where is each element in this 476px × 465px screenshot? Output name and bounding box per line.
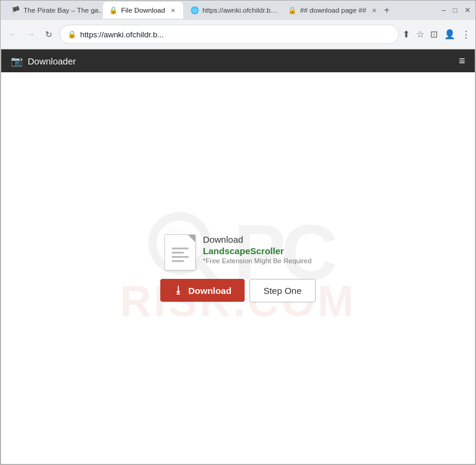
share-icon[interactable]: ⬆ bbox=[402, 29, 410, 40]
camera-icon: 📷 bbox=[11, 55, 23, 67]
file-line-3 bbox=[172, 256, 189, 258]
file-download-label: Download bbox=[203, 234, 312, 245]
download-button[interactable]: ⭳ Download bbox=[160, 279, 245, 302]
download-icon: ⭳ bbox=[174, 285, 183, 296]
browser-window: 🏴 The Pirate Bay – The ga… ✕ 🔒 File Down… bbox=[0, 0, 476, 465]
minimize-button[interactable]: – bbox=[442, 6, 446, 14]
download-card: Download LandscapeScroller *Free Extensi… bbox=[160, 234, 315, 302]
tab-download-page-close[interactable]: ✕ bbox=[370, 6, 378, 14]
file-icon bbox=[164, 234, 196, 270]
file-details: Download LandscapeScroller *Free Extensi… bbox=[203, 234, 312, 264]
tab-file-download[interactable]: 🔒 File Download ✕ bbox=[103, 2, 183, 19]
file-icon-lines bbox=[172, 248, 189, 262]
tab-download-page-label: ## download page ## bbox=[300, 7, 366, 14]
back-button[interactable]: ← bbox=[5, 27, 20, 42]
browser-viewport: 📷 Downloader ≡ PC RISK.COM bbox=[1, 49, 475, 464]
close-button[interactable]: ✕ bbox=[465, 6, 471, 14]
tab-file-download-favicon: 🔒 bbox=[109, 6, 117, 14]
file-line-2 bbox=[172, 252, 184, 254]
extensions-icon[interactable]: ⊡ bbox=[430, 29, 438, 40]
address-field[interactable]: 🔒 https://awnki.ofchildr.b... bbox=[60, 25, 399, 44]
profile-icon[interactable]: 👤 bbox=[444, 29, 456, 40]
tab-awnki[interactable]: 🌐 https://awnki.ofchildr.b… ✕ bbox=[184, 2, 281, 19]
tab-pirate-bay[interactable]: 🏴 The Pirate Bay – The ga… ✕ bbox=[5, 2, 102, 19]
step-one-button-label: Step One bbox=[263, 286, 301, 296]
tab-pirate-bay-label: The Pirate Bay – The ga… bbox=[23, 7, 102, 14]
tab-awnki-favicon: 🌐 bbox=[190, 6, 199, 14]
extension-name: Downloader bbox=[28, 56, 76, 66]
file-info-row: Download LandscapeScroller *Free Extensi… bbox=[164, 234, 312, 270]
address-text: https://awnki.ofchildr.b... bbox=[80, 30, 391, 39]
file-name: LandscapeScroller bbox=[203, 246, 312, 256]
file-note: *Free Extension Might Be Required bbox=[203, 257, 312, 264]
title-bar: 🏴 The Pirate Bay – The ga… ✕ 🔒 File Down… bbox=[1, 1, 475, 20]
tab-download-page[interactable]: 🔒 ## download page ## ✕ bbox=[282, 2, 378, 19]
file-line-1 bbox=[172, 248, 189, 249]
tab-pirate-bay-favicon: 🏴 bbox=[11, 6, 20, 14]
bookmark-icon[interactable]: ☆ bbox=[416, 29, 424, 40]
tab-strip: 🏴 The Pirate Bay – The ga… ✕ 🔒 File Down… bbox=[5, 2, 394, 19]
tab-awnki-label: https://awnki.ofchildr.b… bbox=[202, 7, 278, 14]
step-one-button[interactable]: Step One bbox=[249, 279, 315, 302]
tab-file-download-label: File Download bbox=[121, 7, 165, 14]
window-controls: – □ ✕ bbox=[442, 6, 471, 14]
address-bar: ← → ↻ 🔒 https://awnki.ofchildr.b... ⬆ ☆ … bbox=[1, 20, 475, 49]
reload-button[interactable]: ↻ bbox=[42, 27, 56, 42]
file-icon-corner bbox=[188, 235, 195, 242]
extension-bar: 📷 Downloader ≡ bbox=[1, 49, 475, 72]
extension-title: 📷 Downloader bbox=[11, 55, 76, 67]
hamburger-menu[interactable]: ≡ bbox=[459, 55, 465, 67]
new-tab-button[interactable]: + bbox=[380, 3, 394, 17]
menu-icon[interactable]: ⋮ bbox=[462, 29, 471, 40]
forward-button[interactable]: → bbox=[23, 27, 38, 42]
file-line-4 bbox=[172, 260, 184, 262]
download-button-label: Download bbox=[188, 286, 231, 296]
restore-button[interactable]: □ bbox=[453, 6, 457, 14]
tab-file-download-close[interactable]: ✕ bbox=[169, 6, 177, 14]
tab-download-page-favicon: 🔒 bbox=[288, 6, 296, 14]
main-content: PC RISK.COM bbox=[1, 72, 475, 464]
lock-icon: 🔒 bbox=[67, 30, 77, 39]
toolbar-icons: ⬆ ☆ ⊡ 👤 ⋮ bbox=[402, 29, 471, 40]
button-row: ⭳ Download Step One bbox=[160, 279, 315, 302]
